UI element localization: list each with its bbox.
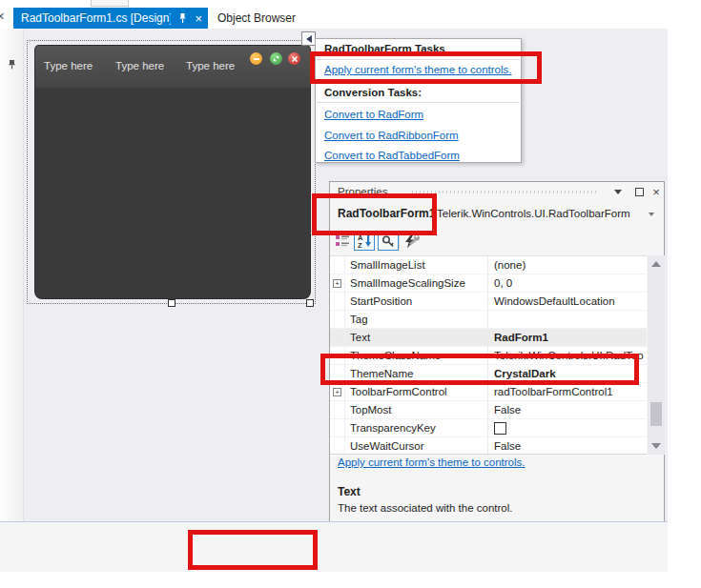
- pin-icon[interactable]: [177, 12, 188, 24]
- vs-designer-window: × RadToolbarForm1.cs [Design]* × Object …: [0, 0, 701, 588]
- property-value[interactable]: False: [488, 437, 647, 455]
- divider: [317, 59, 520, 60]
- property-value[interactable]: WindowsDefaultLocation: [488, 293, 647, 310]
- property-row-topmost[interactable]: TopMost False: [330, 401, 647, 419]
- property-value[interactable]: 0, 0: [488, 274, 647, 292]
- divider: [399, 233, 400, 250]
- row-margin: [330, 437, 345, 455]
- property-pages-wrench-icon: [406, 232, 422, 251]
- row-margin: +: [330, 274, 345, 292]
- left-arrow-icon: [306, 35, 312, 43]
- property-label: ThemeClassName: [345, 347, 488, 364]
- property-row-toolbarformcontrol[interactable]: + ToolbarFormControl radToolbarFormContr…: [330, 383, 647, 401]
- property-value[interactable]: [488, 419, 647, 436]
- toolbar-type-here-item[interactable]: Type here: [115, 60, 164, 71]
- collapsed-toolbox-strip[interactable]: [0, 29, 24, 572]
- convert-to-radribbonform-link[interactable]: Convert to RadRibbonForm: [324, 130, 459, 141]
- component-tray: telerikMetroTheme1 crystalDarkTheme1: [0, 521, 668, 572]
- toolbar-type-here-item[interactable]: Type here: [44, 60, 93, 71]
- drag-grip[interactable]: [412, 191, 598, 193]
- float-window-icon[interactable]: [631, 185, 647, 198]
- tab-object-browser[interactable]: Object Browser: [208, 8, 315, 29]
- expand-icon[interactable]: +: [333, 279, 341, 288]
- properties-panel: Properties × RadToolbarForm1 Telerik.Win…: [329, 181, 665, 536]
- property-label: SmallImageScalingSize: [345, 274, 488, 292]
- convert-to-radtabbedform-link[interactable]: Convert to RadTabbedForm: [324, 150, 460, 161]
- conversion-tasks-header: Conversion Tasks:: [324, 87, 422, 98]
- property-row-themeclassname[interactable]: ThemeClassName Telerik.WinControls.UI.Ra…: [330, 347, 647, 365]
- scroll-down-icon[interactable]: [651, 443, 661, 449]
- toolbar-fragment: [91, 0, 129, 7]
- property-row-text[interactable]: Text RadForm1: [330, 329, 647, 347]
- smart-tag-panel: RadToolbarForm Tasks Apply current form'…: [315, 38, 522, 163]
- svg-text:Z: Z: [358, 241, 362, 249]
- row-margin: [330, 329, 345, 346]
- resize-handle-bottom[interactable]: [168, 299, 175, 307]
- property-row-themename[interactable]: ThemeName CrystalDark: [330, 365, 647, 383]
- property-row-startposition[interactable]: StartPosition WindowsDefaultLocation: [330, 293, 647, 311]
- property-value[interactable]: radToolbarFormControl1: [488, 383, 647, 400]
- maximize-button[interactable]: [270, 52, 282, 65]
- radtoolbarform-design-canvas[interactable]: Type here Type here Type here: [35, 46, 310, 298]
- property-row-smallimagescalingsize[interactable]: + SmallImageScalingSize 0, 0: [330, 274, 647, 293]
- row-margin: [330, 365, 345, 382]
- color-swatch[interactable]: [494, 422, 506, 435]
- scroll-up-icon[interactable]: [651, 261, 661, 267]
- alphabetical-sort-icon[interactable]: A Z: [354, 232, 375, 251]
- property-value[interactable]: False: [488, 401, 647, 418]
- tab-label: RadToolbarForm1.cs [Design]*: [21, 11, 171, 25]
- apply-theme-link[interactable]: Apply current form's theme to controls.: [324, 64, 512, 75]
- row-margin: [330, 401, 345, 418]
- minimize-button[interactable]: [250, 52, 262, 65]
- chevron-down-icon[interactable]: [649, 213, 654, 216]
- row-margin: [330, 347, 345, 364]
- property-grid: SmallImageList (none) + SmallImageScalin…: [330, 255, 647, 455]
- property-value[interactable]: (none): [488, 256, 647, 274]
- property-value[interactable]: Telerik.WinControls.UI.RadToo: [488, 347, 647, 364]
- selected-object-type: Telerik.WinControls.UI.RadToolbarForm: [437, 208, 630, 219]
- divider: [317, 102, 520, 103]
- resize-handle-bottom-right[interactable]: [306, 299, 314, 307]
- property-label: Text: [345, 329, 488, 346]
- toolbar-type-here-item[interactable]: Type here: [186, 60, 235, 71]
- row-margin: [330, 311, 345, 328]
- property-label: ThemeName: [345, 365, 488, 382]
- property-label: SmallImageList: [345, 256, 488, 274]
- property-description-text: The text associated with the control.: [338, 502, 512, 514]
- expand-icon[interactable]: +: [333, 388, 341, 396]
- property-value[interactable]: RadForm1: [488, 329, 647, 346]
- property-row-transparencykey[interactable]: TransparencyKey: [330, 419, 647, 437]
- tab-design-view[interactable]: RadToolbarForm1.cs [Design]* ×: [13, 8, 208, 29]
- property-row-smallimagelist[interactable]: SmallImageList (none): [330, 256, 647, 274]
- close-icon[interactable]: ×: [0, 8, 5, 24]
- property-label: TopMost: [345, 401, 488, 418]
- tab-close-icon[interactable]: ×: [195, 12, 202, 25]
- scrollbar-thumb[interactable]: [650, 402, 662, 426]
- property-row-tag[interactable]: Tag: [330, 311, 647, 329]
- categorized-icon[interactable]: [334, 232, 351, 251]
- convert-to-radform-link[interactable]: Convert to RadForm: [324, 109, 423, 120]
- row-margin: [330, 293, 345, 310]
- property-value[interactable]: CrystalDark: [488, 365, 647, 382]
- property-label: Tag: [345, 311, 488, 328]
- divider: [317, 82, 520, 83]
- row-margin: [330, 419, 345, 436]
- property-row-usewaitcursor[interactable]: UseWaitCursor False: [330, 437, 647, 455]
- property-label: UseWaitCursor: [345, 437, 488, 455]
- property-label: TransparencyKey: [345, 419, 488, 436]
- property-label: ToolbarFormControl: [345, 383, 488, 400]
- apply-theme-link[interactable]: Apply current form's theme to controls.: [338, 456, 526, 468]
- close-button[interactable]: [288, 52, 300, 65]
- scrollbar[interactable]: [648, 255, 665, 455]
- tab-label: Object Browser: [217, 11, 296, 25]
- row-margin: +: [330, 383, 345, 400]
- properties-icon[interactable]: [378, 232, 399, 251]
- pin-icon: [6, 58, 18, 71]
- smart-tag-button[interactable]: [301, 31, 316, 46]
- properties-panel-title: Properties: [338, 186, 387, 197]
- window-position-icon[interactable]: [610, 185, 626, 198]
- property-value[interactable]: [488, 311, 647, 328]
- close-icon[interactable]: ×: [649, 185, 664, 198]
- property-description-title: Text: [338, 485, 361, 498]
- row-margin: [330, 256, 345, 274]
